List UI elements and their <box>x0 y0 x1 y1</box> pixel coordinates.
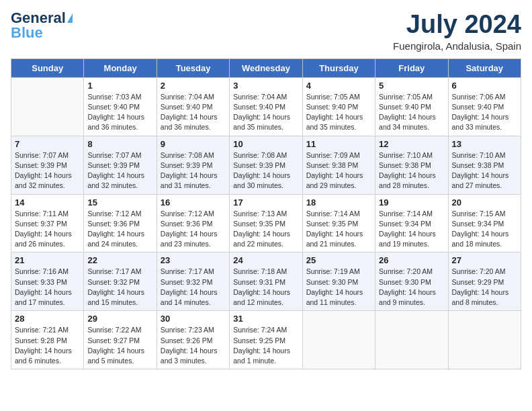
calendar-cell: 21Sunrise: 7:16 AM Sunset: 9:33 PM Dayli… <box>11 253 84 311</box>
day-number: 24 <box>233 255 298 265</box>
calendar-cell: 31Sunrise: 7:24 AM Sunset: 9:25 PM Dayli… <box>230 311 302 369</box>
calendar-cell: 16Sunrise: 7:12 AM Sunset: 9:36 PM Dayli… <box>157 194 229 253</box>
calendar-cell: 7Sunrise: 7:07 AM Sunset: 9:39 PM Daylig… <box>11 136 84 194</box>
logo-text-general: General <box>11 11 66 26</box>
calendar-cell: 27Sunrise: 7:20 AM Sunset: 9:29 PM Dayli… <box>448 253 521 311</box>
day-info: Sunrise: 7:10 AM Sunset: 9:38 PM Dayligh… <box>452 150 517 191</box>
day-number: 12 <box>379 139 444 149</box>
calendar-cell: 9Sunrise: 7:08 AM Sunset: 9:39 PM Daylig… <box>157 136 229 194</box>
day-info: Sunrise: 7:17 AM Sunset: 9:32 PM Dayligh… <box>87 267 152 308</box>
calendar-cell: 23Sunrise: 7:17 AM Sunset: 9:32 PM Dayli… <box>157 253 229 311</box>
day-number: 31 <box>233 314 298 324</box>
day-info: Sunrise: 7:07 AM Sunset: 9:39 PM Dayligh… <box>87 150 152 191</box>
weekday-header-thursday: Thursday <box>302 58 375 77</box>
calendar-cell: 5Sunrise: 7:05 AM Sunset: 9:40 PM Daylig… <box>375 77 448 136</box>
day-number: 13 <box>452 139 517 149</box>
title-block: July 2024 Fuengirola, Andalusia, Spain <box>393 11 521 52</box>
day-info: Sunrise: 7:04 AM Sunset: 9:40 PM Dayligh… <box>161 92 226 133</box>
day-info: Sunrise: 7:09 AM Sunset: 9:38 PM Dayligh… <box>306 150 371 191</box>
day-number: 6 <box>452 81 517 91</box>
calendar-cell: 10Sunrise: 7:08 AM Sunset: 9:39 PM Dayli… <box>230 136 302 194</box>
day-info: Sunrise: 7:14 AM Sunset: 9:34 PM Dayligh… <box>379 209 444 250</box>
day-info: Sunrise: 7:16 AM Sunset: 9:33 PM Dayligh… <box>15 267 80 308</box>
day-number: 28 <box>15 314 80 324</box>
calendar-cell <box>375 311 448 369</box>
location-title: Fuengirola, Andalusia, Spain <box>393 40 521 52</box>
day-number: 25 <box>306 255 371 265</box>
calendar-cell: 26Sunrise: 7:20 AM Sunset: 9:30 PM Dayli… <box>375 253 448 311</box>
weekday-header-sunday: Sunday <box>11 58 84 77</box>
day-number: 20 <box>452 197 517 208</box>
logo: General Blue <box>11 11 73 40</box>
calendar-cell: 18Sunrise: 7:14 AM Sunset: 9:35 PM Dayli… <box>302 194 375 253</box>
calendar-cell: 14Sunrise: 7:11 AM Sunset: 9:37 PM Dayli… <box>11 194 84 253</box>
calendar-cell: 15Sunrise: 7:12 AM Sunset: 9:36 PM Dayli… <box>84 194 157 253</box>
calendar-cell: 20Sunrise: 7:15 AM Sunset: 9:34 PM Dayli… <box>448 194 521 253</box>
calendar-cell: 30Sunrise: 7:23 AM Sunset: 9:26 PM Dayli… <box>157 311 229 369</box>
calendar-cell: 25Sunrise: 7:19 AM Sunset: 9:30 PM Dayli… <box>302 253 375 311</box>
calendar-cell <box>302 311 375 369</box>
day-number: 27 <box>452 255 517 265</box>
day-number: 21 <box>15 255 80 265</box>
day-info: Sunrise: 7:11 AM Sunset: 9:37 PM Dayligh… <box>15 209 80 250</box>
weekday-header-saturday: Saturday <box>448 58 521 77</box>
day-number: 18 <box>306 197 371 208</box>
calendar-cell: 29Sunrise: 7:22 AM Sunset: 9:27 PM Dayli… <box>84 311 157 369</box>
calendar-cell: 22Sunrise: 7:17 AM Sunset: 9:32 PM Dayli… <box>84 253 157 311</box>
day-info: Sunrise: 7:05 AM Sunset: 9:40 PM Dayligh… <box>306 92 371 133</box>
logo-triangle-icon <box>67 13 73 23</box>
day-number: 19 <box>379 197 444 208</box>
day-info: Sunrise: 7:24 AM Sunset: 9:25 PM Dayligh… <box>233 325 298 366</box>
calendar-cell <box>11 77 84 136</box>
logo-text-blue: Blue <box>11 26 43 40</box>
day-info: Sunrise: 7:18 AM Sunset: 9:31 PM Dayligh… <box>233 267 298 308</box>
day-number: 3 <box>233 81 298 91</box>
calendar-cell: 4Sunrise: 7:05 AM Sunset: 9:40 PM Daylig… <box>302 77 375 136</box>
calendar-header-row: SundayMondayTuesdayWednesdayThursdayFrid… <box>11 58 521 77</box>
day-info: Sunrise: 7:08 AM Sunset: 9:39 PM Dayligh… <box>161 150 226 191</box>
day-number: 16 <box>161 197 226 208</box>
calendar-cell: 17Sunrise: 7:13 AM Sunset: 9:35 PM Dayli… <box>230 194 302 253</box>
calendar-cell: 12Sunrise: 7:10 AM Sunset: 9:38 PM Dayli… <box>375 136 448 194</box>
calendar-cell: 2Sunrise: 7:04 AM Sunset: 9:40 PM Daylig… <box>157 77 229 136</box>
day-number: 30 <box>161 314 226 324</box>
day-info: Sunrise: 7:04 AM Sunset: 9:40 PM Dayligh… <box>233 92 298 133</box>
day-info: Sunrise: 7:08 AM Sunset: 9:39 PM Dayligh… <box>233 150 298 191</box>
calendar-cell: 24Sunrise: 7:18 AM Sunset: 9:31 PM Dayli… <box>230 253 302 311</box>
day-number: 10 <box>233 139 298 149</box>
day-number: 23 <box>161 255 226 265</box>
day-info: Sunrise: 7:19 AM Sunset: 9:30 PM Dayligh… <box>306 267 371 308</box>
weekday-header-friday: Friday <box>375 58 448 77</box>
day-info: Sunrise: 7:21 AM Sunset: 9:28 PM Dayligh… <box>15 325 80 366</box>
calendar-week-row: 21Sunrise: 7:16 AM Sunset: 9:33 PM Dayli… <box>11 253 521 311</box>
day-info: Sunrise: 7:23 AM Sunset: 9:26 PM Dayligh… <box>161 325 226 366</box>
day-number: 15 <box>87 197 152 208</box>
day-number: 4 <box>306 81 371 91</box>
calendar-week-row: 7Sunrise: 7:07 AM Sunset: 9:39 PM Daylig… <box>11 136 521 194</box>
day-number: 2 <box>161 81 226 91</box>
day-info: Sunrise: 7:03 AM Sunset: 9:40 PM Dayligh… <box>87 92 152 133</box>
day-number: 8 <box>87 139 152 149</box>
day-info: Sunrise: 7:14 AM Sunset: 9:35 PM Dayligh… <box>306 209 371 250</box>
calendar-cell: 6Sunrise: 7:06 AM Sunset: 9:40 PM Daylig… <box>448 77 521 136</box>
day-info: Sunrise: 7:15 AM Sunset: 9:34 PM Dayligh… <box>452 209 517 250</box>
calendar-cell: 1Sunrise: 7:03 AM Sunset: 9:40 PM Daylig… <box>84 77 157 136</box>
weekday-header-tuesday: Tuesday <box>157 58 229 77</box>
day-number: 17 <box>233 197 298 208</box>
day-info: Sunrise: 7:20 AM Sunset: 9:29 PM Dayligh… <box>452 267 517 308</box>
day-number: 1 <box>87 81 152 91</box>
day-number: 9 <box>161 139 226 149</box>
calendar-cell: 3Sunrise: 7:04 AM Sunset: 9:40 PM Daylig… <box>230 77 302 136</box>
day-number: 14 <box>15 197 80 208</box>
calendar-cell: 11Sunrise: 7:09 AM Sunset: 9:38 PM Dayli… <box>302 136 375 194</box>
weekday-header-wednesday: Wednesday <box>230 58 302 77</box>
calendar-cell: 28Sunrise: 7:21 AM Sunset: 9:28 PM Dayli… <box>11 311 84 369</box>
day-info: Sunrise: 7:07 AM Sunset: 9:39 PM Dayligh… <box>15 150 80 191</box>
day-info: Sunrise: 7:22 AM Sunset: 9:27 PM Dayligh… <box>87 325 152 366</box>
calendar-week-row: 14Sunrise: 7:11 AM Sunset: 9:37 PM Dayli… <box>11 194 521 253</box>
calendar-table: SundayMondayTuesdayWednesdayThursdayFrid… <box>11 58 521 369</box>
calendar-cell <box>448 311 521 369</box>
month-title: July 2024 <box>393 11 521 39</box>
day-info: Sunrise: 7:05 AM Sunset: 9:40 PM Dayligh… <box>379 92 444 133</box>
calendar-cell: 19Sunrise: 7:14 AM Sunset: 9:34 PM Dayli… <box>375 194 448 253</box>
